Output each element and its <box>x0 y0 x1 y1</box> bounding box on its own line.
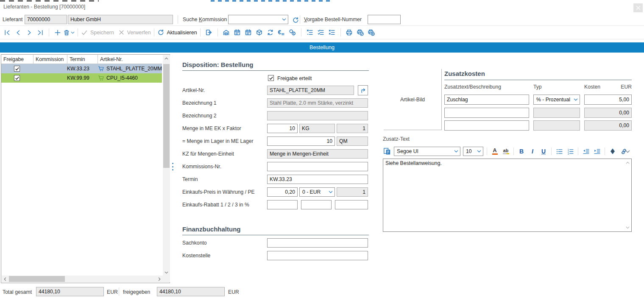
einkaufspreis-input[interactable] <box>267 187 298 197</box>
rabatt3-input[interactable] <box>335 200 368 209</box>
scroll-left-arrow[interactable] <box>2 276 8 282</box>
delete-row-button[interactable] <box>63 27 75 38</box>
freigabe-checkbox[interactable] <box>14 66 20 72</box>
underline-button[interactable]: U <box>539 146 548 156</box>
italic-icon: I <box>532 148 533 155</box>
open-detail-button[interactable] <box>204 27 215 38</box>
position-row[interactable]: KW.99.99 CPU_I5-4460 <box>1 73 162 83</box>
freigegeben-field: 44180,10 <box>157 287 225 296</box>
sync-button[interactable] <box>265 27 276 38</box>
indent-icon <box>594 148 601 155</box>
calendar-icon <box>234 29 241 36</box>
column-header-termin[interactable]: Termin <box>67 55 98 64</box>
menge-input[interactable] <box>267 124 298 133</box>
outdent-button[interactable] <box>582 146 590 156</box>
artikel-nr-field[interactable]: STAHL_PLATTE_20MM <box>267 86 354 95</box>
zusatz-text-label: Zusatz-Text <box>383 136 410 142</box>
panel-splitter-handle[interactable] <box>172 163 173 170</box>
font-color-button[interactable]: A <box>491 146 499 156</box>
calendar-schedule-button[interactable] <box>243 27 254 38</box>
lieferant-number-field[interactable]: 70000000 <box>25 15 67 24</box>
editor-scrollbar[interactable] <box>624 160 630 231</box>
preiseinheit-field: 1 <box>337 187 368 197</box>
toolbar-more-button[interactable] <box>623 146 632 156</box>
goto-artikel-button[interactable] <box>358 85 368 95</box>
article-turnover-button[interactable] <box>254 27 265 38</box>
close-button[interactable] <box>633 3 643 12</box>
save-button[interactable]: Speichern <box>81 27 114 38</box>
nav-next-button[interactable] <box>24 27 35 38</box>
refresh-button[interactable]: Aktualisieren <box>157 27 197 38</box>
print-confirm-button[interactable] <box>355 27 366 38</box>
bullet-list-button[interactable] <box>555 146 563 156</box>
warehouse-button[interactable] <box>221 27 232 38</box>
price-list-button[interactable]: € <box>276 27 287 38</box>
col-kosten-header: Kosten EUR <box>584 84 632 90</box>
list-blocked-button[interactable] <box>326 27 337 38</box>
scroll-up-arrow[interactable] <box>624 160 630 166</box>
add-row-button[interactable] <box>52 27 63 38</box>
scrollbar-thumb[interactable] <box>9 276 65 282</box>
nav-last-button[interactable] <box>35 27 46 38</box>
vorgabe-bestellnummer-input[interactable] <box>368 15 401 24</box>
zusatz-text-editor[interactable]: Siehe Bestellanweisung. <box>383 159 632 232</box>
underline-icon: U <box>541 148 546 155</box>
document-tab-title[interactable]: Lieferanten - Bestellung [70000000] <box>3 4 85 10</box>
font-family-combobox[interactable]: Segoe UI <box>394 147 460 156</box>
zusatzkosten-text-input[interactable] <box>444 95 529 105</box>
discard-button[interactable]: Verwerfen <box>118 27 151 38</box>
print-add-button[interactable] <box>366 27 377 38</box>
column-header-artikel[interactable]: Artikel-Nr. <box>98 55 162 64</box>
kostenstelle-input[interactable] <box>267 251 368 260</box>
list-released-button[interactable] <box>315 27 326 38</box>
section-bar[interactable]: Bestellung <box>0 42 644 53</box>
indent-button[interactable] <box>593 146 601 156</box>
heading-rule <box>182 70 369 71</box>
horizontal-scrollbar[interactable] <box>2 276 163 282</box>
divider <box>49 28 49 36</box>
zusatzkosten-kosten-input[interactable] <box>584 95 632 105</box>
nav-last-icon <box>37 29 44 36</box>
scrollbar-corner <box>163 276 170 282</box>
rabatt1-input[interactable] <box>267 200 298 209</box>
scroll-down-arrow[interactable] <box>624 225 630 231</box>
numbered-list-button[interactable]: 123 <box>566 146 574 156</box>
termin-input[interactable] <box>267 175 368 184</box>
rabatt2-input[interactable] <box>301 200 332 209</box>
lieferant-name-field[interactable]: Huber GmbH <box>68 15 173 24</box>
scrollbar-thumb[interactable] <box>163 64 170 168</box>
scroll-down-arrow[interactable] <box>163 269 170 276</box>
suche-kommission-combobox[interactable] <box>228 15 288 24</box>
vertical-scrollbar[interactable] <box>163 55 170 276</box>
nav-first-button[interactable] <box>2 27 13 38</box>
kommissions-nr-input[interactable] <box>267 162 368 171</box>
menge-lager-input[interactable] <box>267 136 335 146</box>
freigabe-erteilt-checkbox[interactable] <box>268 75 274 81</box>
waehrung-combobox[interactable]: 0 - EUR <box>299 187 335 197</box>
italic-button[interactable]: I <box>528 146 537 156</box>
scroll-right-arrow[interactable] <box>156 276 163 282</box>
scroll-up-arrow[interactable] <box>163 55 170 62</box>
zusatzkosten-typ-combobox[interactable]: % - Prozentual <box>533 95 580 105</box>
lieferant-number-value: 70000000 <box>27 17 50 22</box>
text-blocks-button[interactable] <box>383 146 391 156</box>
insert-object-button[interactable] <box>608 146 617 156</box>
warehouse-icon <box>223 29 230 36</box>
conditions-button[interactable]: € <box>287 27 298 38</box>
calendar-planning-button[interactable] <box>232 27 243 38</box>
list-open-button[interactable] <box>304 27 315 38</box>
nav-previous-button[interactable] <box>13 27 24 38</box>
print-button[interactable] <box>344 27 355 38</box>
zusatzkosten-text-input[interactable] <box>444 108 529 118</box>
highlight-button[interactable]: ab <box>502 146 510 156</box>
zusatzkosten-text-input[interactable] <box>444 120 529 131</box>
column-header-kommission[interactable]: Kommission <box>33 55 67 64</box>
bold-button[interactable]: B <box>517 146 526 156</box>
font-size-combobox[interactable]: 10 <box>463 147 483 156</box>
sachkonto-input[interactable] <box>267 238 368 248</box>
suche-kommission-label: Suche Kommission <box>183 17 227 22</box>
position-row[interactable]: KW.33.23 STAHL_PLATTE_20MM <box>1 64 162 73</box>
check-icon <box>269 76 273 81</box>
freigabe-checkbox[interactable] <box>14 75 20 81</box>
column-header-freigabe[interactable]: Freigabe <box>1 55 33 64</box>
